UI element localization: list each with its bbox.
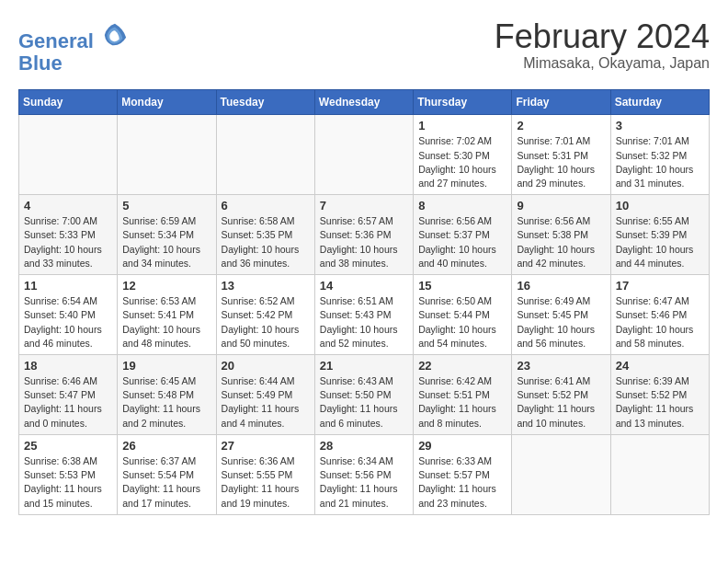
day-info: Sunrise: 6:38 AMSunset: 5:53 PMDaylight:… [24, 454, 112, 511]
day-info: Sunrise: 6:44 AMSunset: 5:49 PMDaylight:… [222, 374, 310, 431]
calendar-cell: 8Sunrise: 6:56 AMSunset: 5:37 PMDaylight… [414, 195, 512, 275]
day-info: Sunrise: 6:47 AMSunset: 5:46 PMDaylight:… [616, 294, 704, 350]
day-number: 20 [222, 359, 310, 373]
logo-text: General [18, 26, 128, 52]
day-number: 9 [517, 199, 605, 213]
day-number: 5 [122, 199, 210, 213]
day-info: Sunrise: 6:50 AMSunset: 5:44 PMDaylight:… [418, 294, 506, 350]
day-number: 14 [320, 279, 408, 293]
col-monday: Monday [118, 90, 216, 115]
day-number: 19 [122, 359, 210, 373]
calendar-cell: 10Sunrise: 6:55 AMSunset: 5:39 PMDayligh… [610, 195, 709, 275]
col-thursday: Thursday [414, 90, 512, 115]
day-number: 11 [24, 279, 112, 293]
day-info: Sunrise: 6:39 AMSunset: 5:52 PMDaylight:… [616, 374, 704, 431]
calendar-cell: 17Sunrise: 6:47 AMSunset: 5:46 PMDayligh… [610, 275, 709, 355]
day-info: Sunrise: 7:02 AMSunset: 5:30 PMDaylight:… [418, 134, 506, 190]
day-info: Sunrise: 6:42 AMSunset: 5:51 PMDaylight:… [418, 374, 506, 431]
day-number: 27 [222, 439, 310, 453]
day-number: 16 [517, 279, 605, 293]
day-info: Sunrise: 6:59 AMSunset: 5:34 PMDaylight:… [122, 214, 210, 270]
day-number: 25 [24, 439, 112, 453]
day-info: Sunrise: 7:00 AMSunset: 5:33 PMDaylight:… [24, 214, 112, 270]
calendar-cell: 12Sunrise: 6:53 AMSunset: 5:41 PMDayligh… [118, 275, 216, 355]
day-number: 7 [320, 199, 408, 213]
col-tuesday: Tuesday [216, 90, 314, 115]
day-info: Sunrise: 6:37 AMSunset: 5:54 PMDaylight:… [122, 454, 210, 511]
calendar-cell: 7Sunrise: 6:57 AMSunset: 5:36 PMDaylight… [314, 195, 413, 275]
day-info: Sunrise: 6:52 AMSunset: 5:42 PMDaylight:… [222, 294, 310, 350]
calendar-week-0: 1Sunrise: 7:02 AMSunset: 5:30 PMDaylight… [19, 115, 710, 195]
calendar-cell: 27Sunrise: 6:36 AMSunset: 5:55 PMDayligh… [216, 434, 314, 514]
day-info: Sunrise: 6:57 AMSunset: 5:36 PMDaylight:… [320, 214, 408, 270]
day-info: Sunrise: 6:54 AMSunset: 5:40 PMDaylight:… [24, 294, 112, 350]
day-number: 4 [24, 199, 112, 213]
day-number: 23 [517, 359, 605, 373]
calendar-cell: 16Sunrise: 6:49 AMSunset: 5:45 PMDayligh… [512, 275, 610, 355]
calendar-week-2: 11Sunrise: 6:54 AMSunset: 5:40 PMDayligh… [19, 275, 710, 355]
day-info: Sunrise: 6:51 AMSunset: 5:43 PMDaylight:… [320, 294, 408, 350]
calendar-cell [19, 115, 118, 195]
calendar-cell: 5Sunrise: 6:59 AMSunset: 5:34 PMDaylight… [118, 195, 216, 275]
location-title: Mimasaka, Okayama, Japan [495, 55, 710, 72]
calendar-cell: 28Sunrise: 6:34 AMSunset: 5:56 PMDayligh… [314, 434, 413, 514]
title-area: February 2024 Mimasaka, Okayama, Japan [495, 18, 710, 72]
col-sunday: Sunday [19, 90, 118, 115]
day-info: Sunrise: 6:49 AMSunset: 5:45 PMDaylight:… [517, 294, 605, 350]
calendar-cell: 13Sunrise: 6:52 AMSunset: 5:42 PMDayligh… [216, 275, 314, 355]
calendar-cell: 3Sunrise: 7:01 AMSunset: 5:32 PMDaylight… [610, 115, 709, 195]
day-number: 26 [122, 439, 210, 453]
day-number: 10 [616, 199, 704, 213]
calendar-cell: 26Sunrise: 6:37 AMSunset: 5:54 PMDayligh… [118, 434, 216, 514]
calendar-cell: 24Sunrise: 6:39 AMSunset: 5:52 PMDayligh… [610, 355, 709, 435]
calendar-week-4: 25Sunrise: 6:38 AMSunset: 5:53 PMDayligh… [19, 434, 710, 514]
day-info: Sunrise: 7:01 AMSunset: 5:31 PMDaylight:… [517, 134, 605, 190]
calendar-cell: 29Sunrise: 6:33 AMSunset: 5:57 PMDayligh… [414, 434, 512, 514]
day-info: Sunrise: 6:41 AMSunset: 5:52 PMDaylight:… [517, 374, 605, 431]
calendar-cell: 11Sunrise: 6:54 AMSunset: 5:40 PMDayligh… [19, 275, 118, 355]
calendar-cell: 18Sunrise: 6:46 AMSunset: 5:47 PMDayligh… [19, 355, 118, 435]
day-number: 8 [418, 199, 506, 213]
day-number: 12 [122, 279, 210, 293]
month-title: February 2024 [495, 18, 710, 55]
logo: General Blue [18, 26, 128, 75]
calendar-table: Sunday Monday Tuesday Wednesday Thursday… [18, 89, 710, 514]
calendar-week-1: 4Sunrise: 7:00 AMSunset: 5:33 PMDaylight… [19, 195, 710, 275]
day-info: Sunrise: 6:53 AMSunset: 5:41 PMDaylight:… [122, 294, 210, 350]
day-number: 3 [616, 119, 704, 132]
day-number: 22 [418, 359, 506, 373]
calendar-cell: 2Sunrise: 7:01 AMSunset: 5:31 PMDaylight… [512, 115, 610, 195]
calendar-cell: 25Sunrise: 6:38 AMSunset: 5:53 PMDayligh… [19, 434, 118, 514]
calendar-cell: 4Sunrise: 7:00 AMSunset: 5:33 PMDaylight… [19, 195, 118, 275]
calendar-cell: 23Sunrise: 6:41 AMSunset: 5:52 PMDayligh… [512, 355, 610, 435]
calendar-cell: 20Sunrise: 6:44 AMSunset: 5:49 PMDayligh… [216, 355, 314, 435]
logo-subtext: Blue [18, 52, 128, 75]
col-saturday: Saturday [610, 90, 709, 115]
calendar-cell [610, 434, 709, 514]
logo-icon [102, 22, 128, 48]
day-number: 21 [320, 359, 408, 373]
day-info: Sunrise: 7:01 AMSunset: 5:32 PMDaylight:… [616, 134, 704, 190]
day-info: Sunrise: 6:36 AMSunset: 5:55 PMDaylight:… [222, 454, 310, 511]
day-info: Sunrise: 6:55 AMSunset: 5:39 PMDaylight:… [616, 214, 704, 270]
header-row: Sunday Monday Tuesday Wednesday Thursday… [19, 90, 710, 115]
day-number: 28 [320, 439, 408, 453]
day-info: Sunrise: 6:56 AMSunset: 5:37 PMDaylight:… [418, 214, 506, 270]
day-number: 15 [418, 279, 506, 293]
calendar-cell: 21Sunrise: 6:43 AMSunset: 5:50 PMDayligh… [314, 355, 413, 435]
col-wednesday: Wednesday [314, 90, 413, 115]
day-number: 6 [222, 199, 310, 213]
calendar-cell: 9Sunrise: 6:56 AMSunset: 5:38 PMDaylight… [512, 195, 610, 275]
day-number: 17 [616, 279, 704, 293]
day-info: Sunrise: 6:33 AMSunset: 5:57 PMDaylight:… [418, 454, 506, 511]
day-info: Sunrise: 6:56 AMSunset: 5:38 PMDaylight:… [517, 214, 605, 270]
calendar-cell [512, 434, 610, 514]
calendar-cell [118, 115, 216, 195]
calendar-cell [216, 115, 314, 195]
day-info: Sunrise: 6:34 AMSunset: 5:56 PMDaylight:… [320, 454, 408, 511]
day-info: Sunrise: 6:46 AMSunset: 5:47 PMDaylight:… [24, 374, 112, 431]
calendar-cell: 6Sunrise: 6:58 AMSunset: 5:35 PMDaylight… [216, 195, 314, 275]
calendar-cell: 19Sunrise: 6:45 AMSunset: 5:48 PMDayligh… [118, 355, 216, 435]
day-info: Sunrise: 6:45 AMSunset: 5:48 PMDaylight:… [122, 374, 210, 431]
calendar-cell: 15Sunrise: 6:50 AMSunset: 5:44 PMDayligh… [414, 275, 512, 355]
